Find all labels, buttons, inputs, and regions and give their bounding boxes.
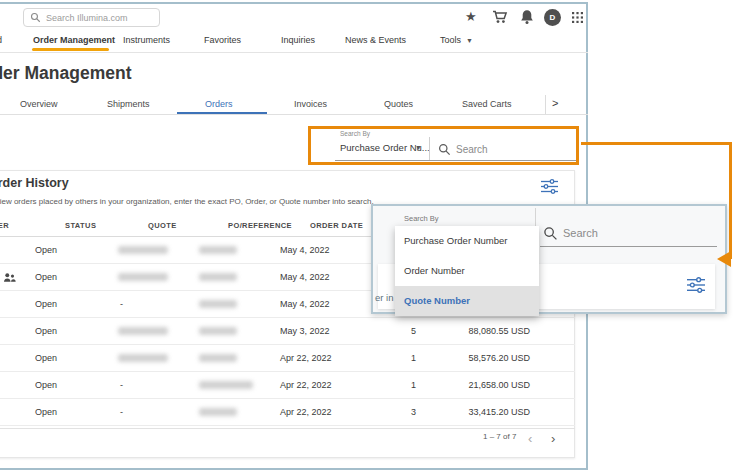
- nav-item-favorites[interactable]: Favorites: [204, 35, 241, 45]
- page-title: Order Management: [0, 63, 131, 84]
- po-reference-redacted-blur: [199, 273, 237, 281]
- annotation-arrow-line-vertical: [729, 142, 732, 259]
- shared-users-icon: [3, 272, 16, 283]
- po-reference-redacted-blur: [199, 408, 237, 416]
- pagination-divider: [0, 428, 575, 429]
- annotation-arrowhead: [717, 251, 731, 267]
- search-icon: [30, 12, 41, 23]
- order-total-cell: 21,658.00 USD: [425, 372, 530, 398]
- popup-field-divider: [535, 208, 536, 228]
- annotation-arrow-line-horizontal: [581, 142, 732, 145]
- pagination-prev-icon[interactable]: ‹: [528, 434, 532, 444]
- status-cell: Open: [35, 291, 57, 317]
- nav-item-dashboard[interactable]: Dashboard: [0, 35, 2, 45]
- search-by-options-menu: Purchase Order NumberOrder NumberQuote N…: [395, 226, 539, 316]
- user-avatar[interactable]: D: [544, 9, 561, 26]
- status-cell: Open: [35, 264, 57, 290]
- global-search-input[interactable]: Search Illumina.com: [23, 8, 160, 27]
- col-header-order-date: ORDER DATE: [310, 221, 363, 230]
- nav-item-news-events[interactable]: News & Events: [345, 35, 406, 45]
- order-total-cell: 58,576.20 USD: [425, 345, 530, 371]
- nav-item-instruments[interactable]: Instruments: [123, 35, 170, 45]
- notifications-bell-icon[interactable]: [520, 9, 534, 25]
- nav-divider: [0, 52, 588, 53]
- filter-sliders-icon[interactable]: [541, 179, 558, 194]
- order-total-cell: 33,415.20 USD: [425, 399, 530, 425]
- order-total-cell: 88,080.55 USD: [425, 318, 530, 344]
- quantity-cell: 1: [380, 372, 416, 398]
- search-icon: [543, 226, 558, 241]
- quantity-cell: 3: [380, 399, 416, 425]
- status-cell: Open: [35, 318, 57, 344]
- background-text-fragment: er in: [375, 292, 393, 303]
- tab-scroll-divider: [545, 95, 546, 114]
- nav-item-inquiries[interactable]: Inquiries: [281, 35, 315, 45]
- table-row: 2785Open-Apr 22, 2022121,658.00 USD: [0, 372, 575, 399]
- popup-search-input[interactable]: Search: [563, 227, 598, 239]
- order-date-cell: Apr 22, 2022: [280, 399, 332, 425]
- po-reference-redacted-blur: [199, 246, 237, 254]
- po-reference-redacted-blur: [199, 381, 253, 389]
- active-nav-underline: [32, 48, 109, 51]
- table-row: 2758Open-Apr 22, 2022333,415.20 USD: [0, 399, 575, 426]
- col-header-po-reference: PO/REFERENCE: [228, 221, 292, 230]
- col-header-quote: QUOTE: [148, 221, 177, 230]
- quote-redacted-blur: [118, 327, 168, 335]
- order-date-cell: Apr 22, 2022: [280, 345, 332, 371]
- quote-redacted-blur: [118, 354, 168, 362]
- order-history-description: To view orders placed by others in your …: [0, 197, 374, 206]
- tab-overview[interactable]: Overview: [20, 99, 58, 109]
- po-reference-redacted-blur: [199, 300, 237, 308]
- tools-caret-icon: ▼: [466, 37, 473, 44]
- tab-quotes[interactable]: Quotes: [384, 99, 413, 109]
- screenshot-stage: Search Illumina.com ★ D Dashboard Order …: [0, 0, 736, 475]
- status-cell: Open: [35, 345, 57, 371]
- col-header-order: ORDER: [0, 221, 9, 230]
- order-history-title: Order History: [0, 176, 69, 190]
- popup-filter-sliders-icon[interactable]: [687, 277, 705, 293]
- tab-saved-carts[interactable]: Saved Carts: [462, 99, 512, 109]
- search-by-zoom-popup: er in Search By Search Purchase Order Nu…: [371, 204, 727, 314]
- nav-item-order-management[interactable]: Order Management: [33, 35, 115, 45]
- popup-search-underline: [540, 246, 717, 247]
- order-date-cell: May 4, 2022: [280, 264, 330, 290]
- pagination-next-icon[interactable]: ›: [551, 434, 555, 444]
- quantity-cell: 1: [380, 345, 416, 371]
- status-cell: Open: [35, 399, 57, 425]
- annotation-highlight-box: [308, 126, 579, 165]
- status-cell: Open: [35, 372, 57, 398]
- quote-cell: -: [120, 399, 123, 425]
- col-header-status: STATUS: [65, 221, 96, 230]
- cart-icon[interactable]: [492, 10, 508, 24]
- quantity-cell: 5: [380, 318, 416, 344]
- search-by-option-order-number[interactable]: Order Number: [395, 256, 539, 286]
- quote-redacted-blur: [118, 273, 168, 281]
- tabs-scroll-right-icon[interactable]: >: [552, 97, 558, 109]
- pagination-range: 1 – 7 of 7: [483, 432, 516, 441]
- tab-invoices[interactable]: Invoices: [294, 99, 327, 109]
- status-cell: Open: [35, 237, 57, 263]
- quote-cell: -: [120, 291, 123, 317]
- po-reference-redacted-blur: [199, 354, 237, 362]
- table-row: 2823OpenMay 3, 2022588,080.55 USD: [0, 318, 575, 345]
- favorites-star-icon[interactable]: ★: [465, 9, 477, 24]
- order-date-cell: Apr 22, 2022: [280, 372, 332, 398]
- tab-shipments[interactable]: Shipments: [107, 99, 150, 109]
- order-date-cell: May 4, 2022: [280, 291, 330, 317]
- quote-redacted-blur: [118, 246, 168, 254]
- tab-orders[interactable]: Orders: [205, 99, 233, 109]
- search-by-option-quote-number[interactable]: Quote Number: [395, 286, 539, 316]
- popup-search-by-label: Search By: [404, 214, 439, 223]
- tabs-divider: [0, 114, 588, 115]
- po-reference-redacted-blur: [199, 327, 237, 335]
- global-search-placeholder: Search Illumina.com: [46, 13, 128, 23]
- nav-item-tools[interactable]: Tools: [440, 35, 461, 45]
- order-date-cell: May 3, 2022: [280, 318, 330, 344]
- apps-grid-icon[interactable]: [572, 12, 583, 23]
- order-date-cell: May 4, 2022: [280, 237, 330, 263]
- table-row: 2790OpenApr 22, 2022158,576.20 USD: [0, 345, 575, 372]
- search-by-option-purchase-order-number[interactable]: Purchase Order Number: [395, 226, 539, 256]
- quote-cell: -: [120, 372, 123, 398]
